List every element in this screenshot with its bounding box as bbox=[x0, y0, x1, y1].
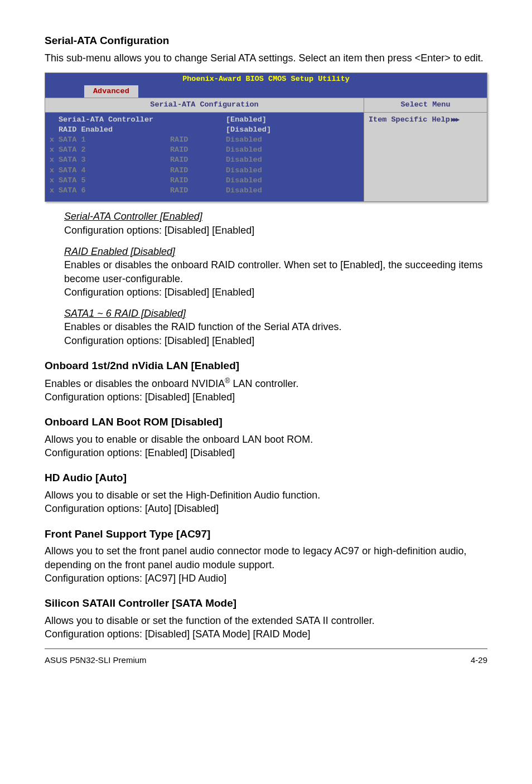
arrows-icon: ▶▶▶ bbox=[451, 115, 458, 124]
bios-setting-value: [Enabled] bbox=[226, 115, 359, 125]
bios-c2: RAID bbox=[170, 176, 226, 186]
subitem-sata-raid: SATA1 ~ 6 RAID [Disabled] Enables or dis… bbox=[45, 307, 487, 347]
tab-spacer bbox=[45, 85, 84, 98]
bios-row: x SATA 1 RAID Disabled bbox=[50, 135, 359, 145]
bios-row: x SATA 4 RAID Disabled bbox=[50, 166, 359, 176]
bios-x: x bbox=[50, 145, 59, 155]
bios-setting-mid bbox=[170, 125, 226, 135]
section-body: Allows you to set the front panel audio … bbox=[45, 544, 487, 585]
body-line: Configuration options: [AC97] [HD Audio] bbox=[45, 573, 226, 584]
lan-body-part2: LAN controller. bbox=[230, 378, 298, 389]
bios-c1: SATA 2 bbox=[59, 145, 170, 155]
body-line: Allows you to disable or set the functio… bbox=[45, 615, 375, 626]
bios-setting-mid bbox=[170, 115, 226, 125]
subitem-title: SATA1 ~ 6 RAID [Disabled] bbox=[64, 307, 487, 320]
bios-c1: SATA 1 bbox=[59, 135, 170, 145]
bios-x: x bbox=[50, 155, 59, 165]
bios-c1: SATA 4 bbox=[59, 166, 170, 176]
subitem-body: Enables or disables the RAID function of… bbox=[64, 320, 487, 333]
body-line: Configuration options: [Enabled] [Disabl… bbox=[45, 447, 235, 458]
page-footer: ASUS P5N32-SLI Premium 4-29 bbox=[45, 655, 487, 666]
section-body: Allows you to disable or set the High-De… bbox=[45, 488, 487, 516]
bios-row: x SATA 6 RAID Disabled bbox=[50, 186, 359, 196]
bios-setting-value: [Disabled] bbox=[226, 125, 359, 135]
bios-help-text: Item Specific Help bbox=[369, 115, 450, 125]
bios-x: x bbox=[50, 135, 59, 145]
section-body: Allows you to disable or set the functio… bbox=[45, 614, 487, 641]
bios-row: x SATA 3 RAID Disabled bbox=[50, 155, 359, 165]
bios-c2: RAID bbox=[170, 135, 226, 145]
subitem-serial-ata-controller: Serial-ATA Controller [Enabled] Configur… bbox=[45, 210, 487, 237]
body-line: Configuration options: [Auto] [Disabled] bbox=[45, 503, 219, 514]
section-heading-serial-ata: Serial-ATA Configuration bbox=[45, 33, 487, 48]
subitem-title: RAID Enabled [Disabled] bbox=[64, 245, 487, 258]
body-line: Allows you to disable or set the High-De… bbox=[45, 490, 320, 501]
bios-c1: SATA 5 bbox=[59, 176, 170, 186]
bios-c3: Disabled bbox=[226, 155, 359, 165]
bios-c2: RAID bbox=[170, 145, 226, 155]
bios-c2: RAID bbox=[170, 166, 226, 176]
bios-c1: SATA 6 bbox=[59, 186, 170, 196]
bios-x: x bbox=[50, 166, 59, 176]
bios-c3: Disabled bbox=[226, 135, 359, 145]
bios-x bbox=[50, 125, 59, 135]
bios-setting-row[interactable]: Serial-ATA Controller [Enabled] bbox=[50, 115, 359, 125]
bios-title: Phoenix-Award BIOS CMOS Setup Utility bbox=[45, 73, 487, 85]
section-intro: This sub-menu allows you to change Seria… bbox=[45, 51, 487, 65]
section-heading-lan-rom: Onboard LAN Boot ROM [Disabled] bbox=[45, 415, 487, 429]
bios-c3: Disabled bbox=[226, 145, 359, 155]
subitem-body: Configuration options: [Disabled] [Enabl… bbox=[64, 285, 487, 299]
section-heading-silicon: Silicon SATAII Controller [SATA Mode] bbox=[45, 596, 487, 611]
bios-c3: Disabled bbox=[226, 176, 359, 186]
bios-setting-row[interactable]: RAID Enabled [Disabled] bbox=[50, 125, 359, 135]
subitem-body: Configuration options: [Disabled] [Enabl… bbox=[64, 334, 487, 347]
bios-x: x bbox=[50, 186, 59, 196]
bios-c1: SATA 3 bbox=[59, 155, 170, 165]
bios-x: x bbox=[50, 176, 59, 186]
bios-tabrow: Advanced bbox=[45, 85, 487, 98]
body-line: Allows you to set the front panel audio … bbox=[45, 545, 466, 570]
bios-c2: RAID bbox=[170, 186, 226, 196]
body-line: Allows you to enable or disable the onbo… bbox=[45, 434, 313, 445]
bios-row: x SATA 5 RAID Disabled bbox=[50, 176, 359, 186]
bios-c3: Disabled bbox=[226, 186, 359, 196]
bios-left-header: Serial-ATA Configuration bbox=[45, 98, 364, 112]
subitem-raid-enabled: RAID Enabled [Disabled] Enables or disab… bbox=[45, 245, 487, 299]
bios-row: x SATA 2 RAID Disabled bbox=[50, 145, 359, 155]
bios-setting-label: RAID Enabled bbox=[59, 125, 170, 135]
lan-body-part1: Enables or disables the onboard NVIDIA bbox=[45, 378, 225, 389]
bios-header-row: Serial-ATA Configuration Select Menu bbox=[45, 98, 487, 112]
bios-body-right: Item Specific Help▶▶▶ bbox=[364, 113, 487, 202]
section-heading-hd-audio: HD Audio [Auto] bbox=[45, 471, 487, 485]
footer-right: 4-29 bbox=[471, 655, 487, 666]
body-line: Configuration options: [Disabled] [SATA … bbox=[45, 628, 311, 640]
subitem-title: Serial-ATA Controller [Enabled] bbox=[64, 210, 487, 223]
footer-divider bbox=[45, 649, 487, 649]
bios-c2: RAID bbox=[170, 155, 226, 165]
section-body: Allows you to enable or disable the onbo… bbox=[45, 433, 487, 460]
subitem-body: Enables or disables the onboard RAID con… bbox=[64, 258, 487, 285]
bios-setting-label: Serial-ATA Controller bbox=[59, 115, 170, 125]
lan-body-options: Configuration options: [Disabled] [Enabl… bbox=[45, 391, 235, 403]
bios-x bbox=[50, 115, 59, 125]
section-body: Enables or disables the onboard NVIDIA® … bbox=[45, 376, 487, 404]
subitem-body: Configuration options: [Disabled] [Enabl… bbox=[64, 224, 487, 237]
bios-body-left: Serial-ATA Controller [Enabled] RAID Ena… bbox=[45, 113, 364, 202]
bios-tab-advanced[interactable]: Advanced bbox=[84, 85, 138, 98]
bios-body: Serial-ATA Controller [Enabled] RAID Ena… bbox=[45, 112, 487, 202]
bios-c3: Disabled bbox=[226, 166, 359, 176]
bios-right-header: Select Menu bbox=[364, 98, 487, 112]
section-heading-onboard-lan: Onboard 1st/2nd nVidia LAN [Enabled] bbox=[45, 359, 487, 373]
bios-panel: Phoenix-Award BIOS CMOS Setup Utility Ad… bbox=[45, 72, 487, 202]
section-heading-front-panel: Front Panel Support Type [AC97] bbox=[45, 527, 487, 541]
footer-left: ASUS P5N32-SLI Premium bbox=[45, 655, 147, 666]
